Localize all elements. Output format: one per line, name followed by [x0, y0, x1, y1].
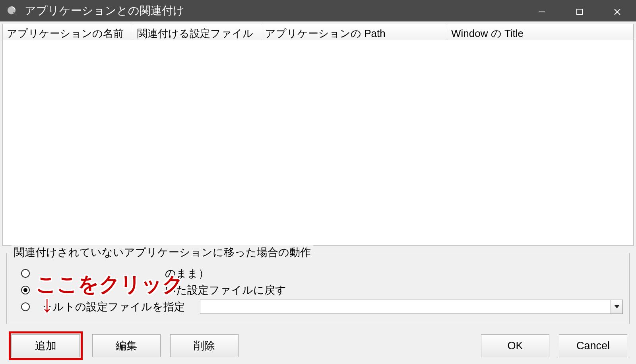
ok-button[interactable]: OK — [481, 334, 549, 357]
default-config-combo[interactable] — [200, 300, 623, 314]
radio-option-1[interactable]: のまま） — [21, 265, 623, 282]
list-body-empty[interactable] — [3, 40, 633, 245]
radio-option-3[interactable]: ォルトの設定ファイルを指定 — [21, 298, 623, 315]
cancel-button[interactable]: Cancel — [559, 334, 627, 357]
button-row: 追加 編集 削除 OK Cancel — [2, 324, 634, 360]
column-app-path[interactable]: アプリケーションの Path — [261, 24, 447, 40]
unassociated-behavior-group: 関連付けされていないアプリケーションに移った場合の動作 のまま） いた設定ファイ… — [6, 253, 630, 324]
combo-dropdown-button[interactable] — [611, 300, 622, 314]
radio-label-3: ォルトの設定ファイルを指定 — [35, 300, 185, 314]
radio-label-1: のまま） — [35, 266, 209, 281]
add-button[interactable]: 追加 — [12, 334, 80, 357]
svg-rect-2 — [577, 9, 582, 15]
radio-label-2: いた設定ファイルに戻す — [35, 283, 286, 297]
column-window-title[interactable]: Window の Title — [447, 24, 633, 40]
app-icon — [6, 5, 17, 16]
radio-option-2[interactable]: いた設定ファイルに戻す — [21, 282, 623, 298]
titlebar: アプリケーションとの関連付け — [0, 0, 636, 21]
maximize-button[interactable] — [560, 0, 598, 24]
combo-input[interactable] — [200, 300, 611, 314]
application-association-dialog: アプリケーションとの関連付け アプリケーションの名前 関連付ける設定ファイル ア — [0, 0, 636, 364]
dialog-body: アプリケーションの名前 関連付ける設定ファイル アプリケーションの Path W… — [0, 21, 636, 364]
radio-icon — [21, 286, 30, 294]
group-legend: 関連付けされていないアプリケーションに移った場合の動作 — [12, 245, 313, 259]
edit-button[interactable]: 編集 — [92, 334, 161, 357]
column-app-name[interactable]: アプリケーションの名前 — [3, 24, 133, 40]
radio-icon — [21, 269, 30, 278]
window-title: アプリケーションとの関連付け — [25, 3, 184, 18]
minimize-button[interactable] — [523, 0, 560, 24]
list-header: アプリケーションの名前 関連付ける設定ファイル アプリケーションの Path W… — [3, 24, 633, 40]
radio-icon — [21, 302, 30, 311]
window-controls — [523, 0, 636, 24]
close-button[interactable] — [598, 0, 636, 24]
column-config-file[interactable]: 関連付ける設定ファイル — [133, 24, 261, 40]
svg-marker-5 — [614, 305, 620, 308]
annotation-highlight: 追加 — [9, 331, 83, 360]
delete-button[interactable]: 削除 — [170, 334, 238, 357]
association-list[interactable]: アプリケーションの名前 関連付ける設定ファイル アプリケーションの Path W… — [2, 24, 634, 246]
